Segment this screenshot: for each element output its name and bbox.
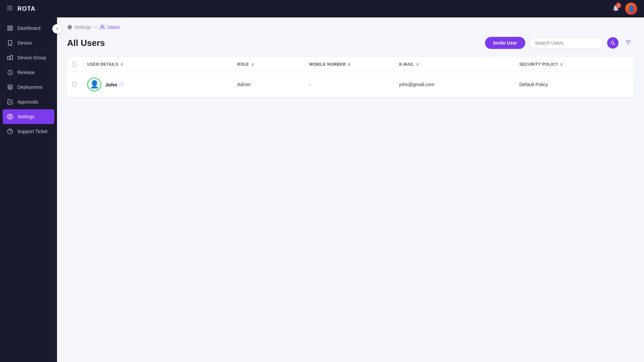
svg-rect-9 xyxy=(8,26,9,27)
svg-rect-7 xyxy=(9,9,10,10)
deployment-icon xyxy=(7,84,13,90)
row-email: john@gmail.com xyxy=(399,82,434,87)
breadcrumb-users[interactable]: Users xyxy=(100,24,120,30)
row-role-cell: Admin xyxy=(232,76,304,93)
sidebar-item-dashboard-label: Dashboard xyxy=(17,25,41,31)
content-area: Settings > Users All Users Invite User xyxy=(57,17,644,362)
svg-rect-6 xyxy=(7,9,8,10)
sidebar-item-approvals-label: Approvals xyxy=(17,99,38,105)
svg-rect-5 xyxy=(11,7,12,8)
svg-point-14 xyxy=(10,44,10,45)
search-input[interactable] xyxy=(535,40,597,46)
grid-icon[interactable] xyxy=(7,5,13,13)
row-security-policy-cell: Default Policy xyxy=(514,76,634,93)
th-email: E-MAIL xyxy=(394,57,514,72)
breadcrumb-users-label: Users xyxy=(107,24,120,30)
svg-point-18 xyxy=(9,116,11,118)
content-inner: Settings > Users All Users Invite User xyxy=(57,17,644,104)
notification-badge: 1 xyxy=(616,3,621,8)
breadcrumb-settings[interactable]: Settings xyxy=(67,24,92,30)
sort-user-details-icon[interactable] xyxy=(120,63,123,66)
sidebar-item-device[interactable]: Device xyxy=(0,36,57,50)
dashboard-icon xyxy=(7,25,13,32)
avatar-image: 👤 xyxy=(625,3,637,15)
search-button[interactable] xyxy=(607,37,619,49)
row-select-cell xyxy=(67,76,82,93)
sidebar-collapse-button[interactable] xyxy=(52,24,62,34)
user-name-wrap: John ⓘ xyxy=(105,81,124,87)
breadcrumb-settings-label: Settings xyxy=(74,24,92,30)
svg-rect-16 xyxy=(11,55,13,60)
main-layout: Dashboard Device Device Group Release De xyxy=(0,17,644,362)
svg-rect-12 xyxy=(11,29,12,31)
th-security-policy: SECURITY POLICY xyxy=(514,57,634,72)
breadcrumb: Settings > Users xyxy=(67,24,634,30)
svg-rect-11 xyxy=(8,29,9,31)
sidebar-item-release-label: Release xyxy=(17,70,35,75)
sidebar-item-settings-label: Settings xyxy=(17,114,35,119)
sidebar-item-deployment[interactable]: Deployment xyxy=(0,80,57,95)
user-avatar[interactable]: 👤 xyxy=(625,3,637,15)
sidebar-item-device-label: Device xyxy=(17,40,32,46)
device-group-icon xyxy=(7,54,13,61)
page-header: All Users Invite User xyxy=(67,37,634,49)
settings-icon xyxy=(7,113,13,120)
page-title: All Users xyxy=(67,38,105,48)
sidebar-item-dashboard[interactable]: Dashboard xyxy=(0,21,57,36)
svg-rect-10 xyxy=(11,26,12,27)
breadcrumb-separator: > xyxy=(94,24,97,30)
th-user-details: USER DETAILS xyxy=(82,57,232,72)
sort-email-icon[interactable] xyxy=(416,63,419,66)
support-icon xyxy=(7,128,13,135)
invite-user-button[interactable]: Invite User xyxy=(485,37,525,49)
row-mobile: - xyxy=(309,82,311,87)
svg-rect-3 xyxy=(7,7,8,8)
row-checkbox[interactable] xyxy=(72,82,76,87)
sidebar-item-release[interactable]: Release xyxy=(0,65,57,80)
svg-rect-8 xyxy=(11,9,12,10)
svg-rect-2 xyxy=(11,6,12,7)
topbar-right: 1 👤 xyxy=(612,3,637,15)
svg-point-22 xyxy=(101,25,103,27)
table-row: 👤 John ⓘ Admin - xyxy=(67,72,634,97)
topbar: ROTA 1 👤 xyxy=(0,0,644,17)
sidebar-item-device-group[interactable]: Device Group xyxy=(0,50,57,65)
table-header: USER DETAILS ROLE MO xyxy=(67,57,634,72)
row-user-details-cell: 👤 John ⓘ xyxy=(82,72,232,97)
select-all-checkbox[interactable] xyxy=(72,62,76,67)
user-avatar-icon: 👤 xyxy=(90,80,99,89)
topbar-left: ROTA xyxy=(7,5,36,13)
info-icon[interactable]: ⓘ xyxy=(119,81,124,87)
svg-rect-1 xyxy=(9,6,10,7)
sidebar-item-device-group-label: Device Group xyxy=(17,55,46,60)
sort-mobile-icon[interactable] xyxy=(348,63,351,66)
th-select xyxy=(67,57,82,72)
sidebar-item-settings[interactable]: Settings xyxy=(3,109,54,124)
svg-rect-4 xyxy=(9,7,10,8)
user-details: 👤 John ⓘ xyxy=(87,77,124,92)
sidebar: Dashboard Device Device Group Release De xyxy=(0,17,57,362)
row-role: Admin xyxy=(237,82,251,87)
user-avatar-wrap: 👤 xyxy=(87,77,101,92)
row-mobile-cell: - xyxy=(304,76,394,93)
users-table: USER DETAILS ROLE MO xyxy=(67,57,634,97)
row-security-policy: Default Policy xyxy=(519,82,548,87)
sidebar-item-support-ticket[interactable]: Support Ticket xyxy=(0,124,57,139)
device-icon xyxy=(7,40,13,46)
notification-bell[interactable]: 1 xyxy=(612,4,620,13)
svg-rect-0 xyxy=(7,6,8,7)
search-box xyxy=(529,37,603,49)
sort-role-icon[interactable] xyxy=(251,63,254,66)
header-actions: Invite User xyxy=(485,37,634,49)
approvals-icon xyxy=(7,99,13,105)
app-logo: ROTA xyxy=(17,5,36,12)
sidebar-item-support-label: Support Ticket xyxy=(17,129,48,134)
sort-security-icon[interactable] xyxy=(560,63,563,66)
th-mobile-number: MOBILE NUMBER xyxy=(304,57,394,72)
sidebar-item-approvals[interactable]: Approvals xyxy=(0,95,57,109)
filter-button[interactable] xyxy=(623,37,634,49)
sidebar-item-deployment-label: Deployment xyxy=(17,84,43,90)
user-name: John xyxy=(105,82,117,87)
svg-rect-15 xyxy=(8,56,10,60)
row-email-cell: john@gmail.com xyxy=(394,76,514,93)
